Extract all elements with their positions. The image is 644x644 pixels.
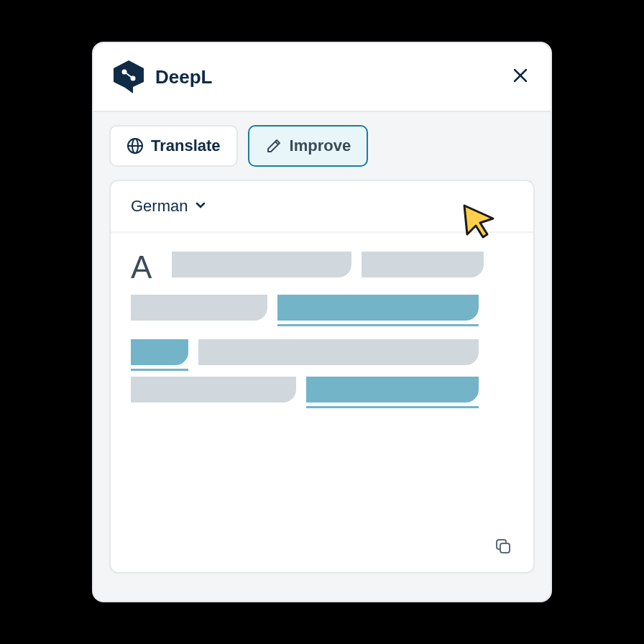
brand: DeepL [114,60,212,93]
tab-translate-label: Translate [151,137,221,155]
highlighted-segment [131,339,188,365]
placeholder-segment [362,252,484,277]
deepl-logo-icon [114,60,144,93]
placeholder-row [131,377,513,402]
placeholder-segment [131,377,296,402]
highlighted-segment [277,295,479,321]
close-button[interactable] [510,67,530,87]
placeholder-segment [172,252,351,277]
placeholder-row: A [131,252,513,283]
globe-icon [126,137,144,155]
copy-icon [494,537,512,558]
content-footer [111,523,533,572]
placeholder-segment [198,339,479,365]
close-icon [512,68,528,86]
tab-improve-label: Improve [290,137,351,155]
text-editor[interactable]: A [111,233,533,523]
placeholder-row [131,339,513,365]
brand-name: DeepL [155,66,212,88]
language-selector[interactable]: German [111,181,533,233]
svg-marker-0 [114,60,144,93]
header: DeepL [93,43,551,112]
highlighted-segment [306,377,479,402]
placeholder-segment [131,295,267,321]
chevron-down-icon [195,199,206,213]
content-panel: German A [109,180,535,574]
tab-improve[interactable]: Improve [248,125,369,167]
tabs: Translate Improve [93,112,551,180]
copy-button[interactable] [490,535,516,561]
app-window: DeepL Translate [92,42,552,602]
svg-rect-10 [500,543,510,553]
tab-translate[interactable]: Translate [109,125,238,167]
language-label: German [131,197,188,216]
placeholder-row [131,295,513,321]
pencil-icon [265,137,282,155]
drop-cap: A [131,252,152,283]
